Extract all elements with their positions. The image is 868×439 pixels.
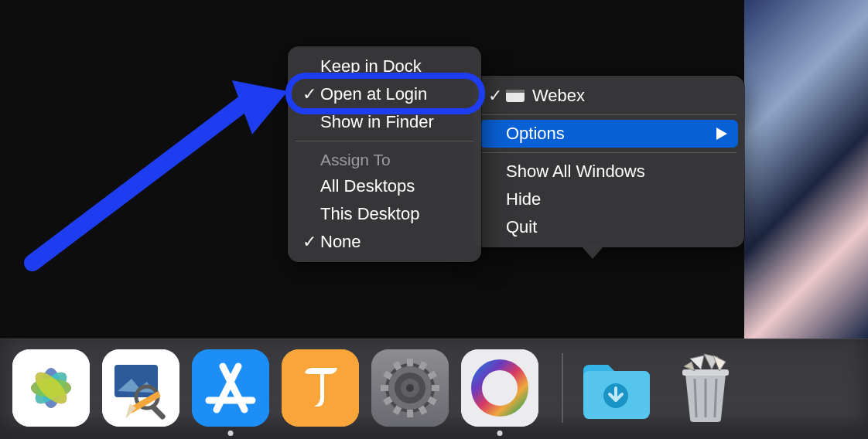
dock-apps <box>12 348 856 428</box>
menu-item-label: This Desktop <box>320 204 464 224</box>
submenu-arrow-icon <box>713 128 727 140</box>
settings-icon <box>371 349 449 427</box>
svg-line-32 <box>715 379 716 417</box>
menu-item-label: Show in Finder <box>320 112 464 132</box>
dock <box>0 339 868 439</box>
t-app-icon <box>282 349 359 427</box>
photos-icon <box>12 349 90 427</box>
appstore-icon <box>192 349 269 427</box>
submenu-section-assign-to: Assign To <box>294 146 475 172</box>
menu-separator <box>296 141 473 141</box>
submenu-item-show-in-finder[interactable]: Show in Finder <box>294 108 475 136</box>
svg-marker-37 <box>232 80 288 134</box>
menu-item-label: Open at Login <box>320 84 464 104</box>
check-icon: ✓ <box>299 84 320 104</box>
svg-marker-34 <box>716 128 727 140</box>
svg-point-26 <box>406 384 414 392</box>
svg-line-30 <box>695 379 696 417</box>
dock-context-menu: ✓ Webex Options Show All Windows Hide Qu… <box>473 76 744 247</box>
submenu-item-all-desktops[interactable]: All Desktops <box>294 172 475 200</box>
svg-line-36 <box>32 100 248 263</box>
submenu-item-open-at-login[interactable]: ✓ Open at Login <box>294 80 475 108</box>
downloads-icon <box>577 349 654 427</box>
svg-rect-22 <box>407 359 413 366</box>
menu-item-show-all-windows[interactable]: Show All Windows <box>480 158 738 185</box>
menu-item-label: Show All Windows <box>506 162 727 182</box>
dock-app-webex[interactable] <box>461 349 538 427</box>
submenu-item-this-desktop[interactable]: This Desktop <box>294 200 475 228</box>
menu-item-label: Hide <box>506 189 727 209</box>
menu-separator <box>481 152 736 153</box>
menu-item-label: Webex <box>532 86 727 106</box>
menu-item-quit[interactable]: Quit <box>480 213 738 241</box>
options-submenu: Keep in Dock ✓ Open at Login Show in Fin… <box>288 46 481 262</box>
check-icon: ✓ <box>484 86 506 106</box>
menu-item-label: Keep in Dock <box>320 56 464 77</box>
menu-item-hide[interactable]: Hide <box>480 185 738 213</box>
menu-separator <box>481 114 736 115</box>
check-icon: ✓ <box>299 232 320 252</box>
dock-trash[interactable] <box>667 349 744 427</box>
dock-downloads-folder[interactable] <box>577 349 654 427</box>
trash-icon <box>667 349 744 427</box>
webex-icon <box>461 349 538 427</box>
running-indicator <box>228 430 234 436</box>
dock-app-appstore[interactable] <box>192 349 269 427</box>
menu-item-label: Options <box>506 124 713 144</box>
menu-item-window-webex[interactable]: ✓ Webex <box>480 82 738 110</box>
dock-app-t[interactable] <box>282 349 359 427</box>
dock-app-preview[interactable] <box>102 349 179 427</box>
menu-item-label: None <box>320 232 464 252</box>
menu-item-label: Quit <box>506 217 727 237</box>
svg-marker-35 <box>582 247 603 259</box>
window-icon <box>506 90 525 102</box>
preview-icon <box>102 349 179 427</box>
submenu-item-keep-in-dock[interactable]: Keep in Dock <box>294 53 475 80</box>
svg-rect-33 <box>682 369 729 376</box>
dock-separator <box>562 353 563 423</box>
dock-app-system-settings[interactable] <box>371 349 449 427</box>
dock-app-photos[interactable] <box>12 349 90 427</box>
desktop-wallpaper <box>744 0 868 339</box>
menu-item-options[interactable]: Options <box>480 120 738 148</box>
menu-item-label: All Desktops <box>320 176 464 196</box>
running-indicator <box>497 430 503 436</box>
submenu-item-none[interactable]: ✓ None <box>294 228 475 256</box>
menu-caret <box>582 247 603 259</box>
